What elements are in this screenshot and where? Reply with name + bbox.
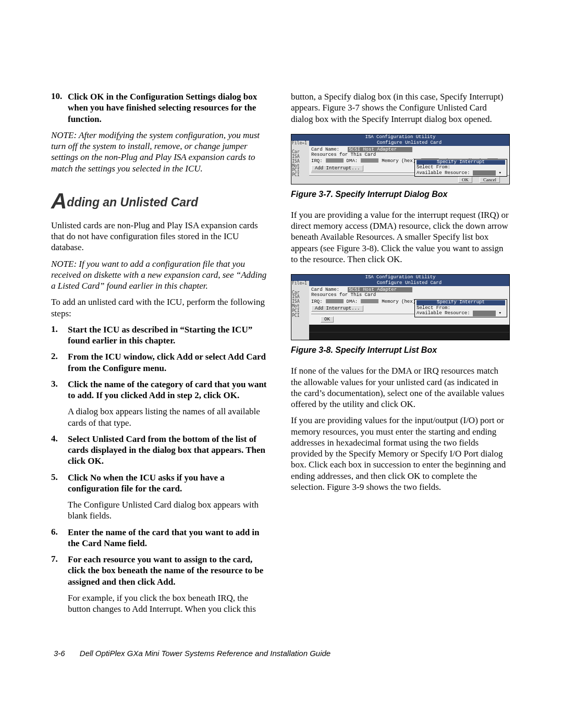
- figure-3-7: ISA Configuration Utility File=1CarISAIS…: [291, 134, 510, 199]
- cancel-button[interactable]: Cancel: [480, 177, 500, 183]
- step-3-body: A dialog box appears listing the names o…: [51, 406, 270, 428]
- right-column: button, a Specify dialog box (in this ca…: [291, 91, 510, 620]
- heading-adding-unlisted: Adding an Unlisted Card: [51, 189, 270, 214]
- footer-title: Dell OptiPlex GXa Mini Tower Systems Ref…: [80, 649, 331, 658]
- step-7-body: For example, if you click the box beneat…: [51, 593, 270, 615]
- step-number: 10.: [51, 91, 68, 102]
- step-6: 6. Enter the name of the card that you w…: [51, 527, 270, 549]
- left-column: 10. Click OK in the Configuration Settin…: [51, 91, 270, 620]
- figure-3-8: ISA Configuration Utility File=1CarISAIS…: [291, 274, 510, 355]
- intro-p2: To add an unlisted card with the ICU, pe…: [51, 297, 270, 319]
- step-10: 10. Click OK in the Configuration Settin…: [51, 91, 270, 125]
- ok-button[interactable]: OK: [458, 177, 472, 183]
- intro-p1: Unlisted cards are non-Plug and Play ISA…: [51, 220, 270, 253]
- page-number: 3-6: [54, 649, 65, 658]
- fig7-title2: Configure Unlisted Card: [309, 141, 509, 146]
- step-text: Click OK in the Configuration Settings d…: [68, 92, 257, 124]
- right-p2: If you are providing a value for the int…: [291, 209, 510, 265]
- page-footer: 3-6 Dell OptiPlex GXa Mini Tower Systems…: [51, 649, 512, 658]
- right-p1: button, a Specify dialog box (in this ca…: [291, 91, 510, 125]
- step-5-body: The Configure Unlisted Card dialog box a…: [51, 499, 270, 522]
- add-interrupt-button[interactable]: Add Interrupt...: [311, 165, 363, 171]
- note-1: NOTE: After modifying the system configu…: [51, 130, 270, 174]
- step-1: 1. Start the ICU as described in “Starti…: [51, 324, 270, 347]
- step-5: 5. Click No when the ICU asks if you hav…: [51, 472, 270, 495]
- step-2: 2. From the ICU window, click Add or sel…: [51, 351, 270, 374]
- figure-3-8-caption: Figure 3-8. Specify Interrupt List Box: [291, 346, 510, 355]
- step-4: 4. Select Unlisted Card from the bottom …: [51, 434, 270, 467]
- fig7-title1: ISA Configuration Utility: [291, 134, 509, 141]
- right-p3: If none of the values for the DMA or IRQ…: [291, 365, 510, 410]
- note-2: NOTE: If you want to add a configuration…: [51, 258, 270, 292]
- right-p4: If you are providing values for the inpu…: [291, 415, 510, 492]
- step-3: 3. Click the name of the category of car…: [51, 379, 270, 401]
- heading-rest: dding an Unlisted Card: [67, 195, 198, 209]
- step-7: 7. For each resource you want to assign …: [51, 554, 270, 587]
- figure-3-7-caption: Figure 3-7. Specify Interrupt Dialog Box: [291, 190, 510, 199]
- heading-dropcap: A: [51, 189, 67, 213]
